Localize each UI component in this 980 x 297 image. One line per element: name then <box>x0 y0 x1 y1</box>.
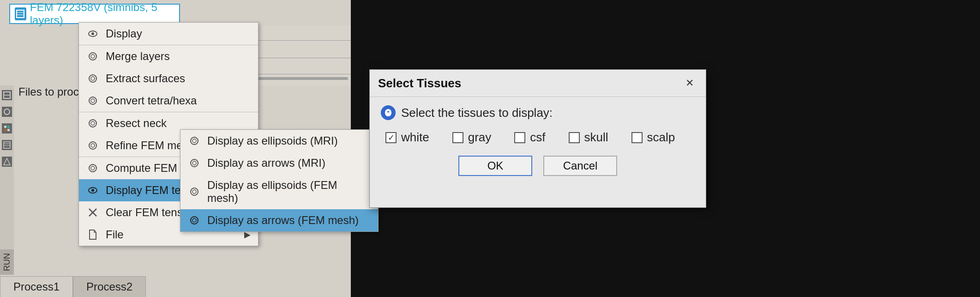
svg-point-35 <box>191 159 198 167</box>
fem-bar[interactable]: FEM 722358V (simnibs, 5 layers) <box>9 4 180 24</box>
merge-icon <box>86 50 99 63</box>
tissue-gray[interactable]: gray <box>452 130 492 145</box>
checkbox-white[interactable]: ✓ <box>385 132 397 143</box>
submenu-arrows-fem[interactable]: Display as arrows (FEM mesh) <box>180 209 378 231</box>
convert-icon <box>86 94 99 107</box>
refine-icon <box>86 139 99 152</box>
dialog-buttons: OK Cancel <box>381 156 695 176</box>
arrows-mri-icon <box>188 157 201 170</box>
svg-point-37 <box>191 188 198 195</box>
submenu-ellipsoids-fem[interactable]: Display as ellipsoids (FEM mesh) <box>180 174 378 209</box>
submenu-label-arrows-mri: Display as arrows (MRI) <box>207 157 325 170</box>
tissue-label-csf: csf <box>530 130 545 145</box>
sidebar-icon-5[interactable] <box>2 157 12 167</box>
svg-point-15 <box>91 32 94 35</box>
files-label: Files to proce <box>18 85 85 98</box>
svg-point-21 <box>91 99 95 103</box>
dialog-subtitle: Select the tissues to display: <box>381 105 695 120</box>
svg-point-17 <box>91 55 95 58</box>
svg-rect-6 <box>4 126 6 128</box>
tissue-csf[interactable]: csf <box>514 130 545 145</box>
dialog-simnibs-icon <box>381 105 396 120</box>
ellipsoids-fem-icon <box>188 185 201 198</box>
svg-point-18 <box>89 75 96 82</box>
sidebar-icon-2[interactable] <box>2 107 12 117</box>
dialog-titlebar: Select Tissues ✕ <box>370 70 706 97</box>
svg-point-40 <box>192 218 196 222</box>
cancel-button[interactable]: Cancel <box>543 156 617 176</box>
checkbox-skull[interactable] <box>569 132 580 143</box>
dialog-title: Select Tissues <box>378 76 461 91</box>
clear-icon <box>86 206 99 219</box>
svg-point-22 <box>89 120 96 127</box>
svg-point-33 <box>191 137 198 145</box>
menu-label-resect: Resect neck <box>106 117 167 130</box>
svg-point-39 <box>191 217 198 224</box>
extract-icon <box>86 72 99 85</box>
menu-item-extract[interactable]: Extract surfaces <box>79 67 258 90</box>
select-tissues-dialog: Select Tissues ✕ Select the tissues to d… <box>369 69 706 208</box>
tissue-label-skull: skull <box>584 130 608 145</box>
svg-rect-9 <box>7 129 10 131</box>
sidebar-icon-1[interactable] <box>2 90 12 100</box>
svg-point-27 <box>91 166 95 170</box>
svg-point-36 <box>192 161 196 165</box>
tissue-row: ✓ white gray csf skull scalp <box>385 130 695 145</box>
menu-label-convert: Convert tetra/hexa <box>106 94 197 107</box>
checkbox-scalp[interactable] <box>631 132 643 143</box>
submenu: Display as ellipsoids (MRI) Display as a… <box>180 129 379 232</box>
dialog-body: Select the tissues to display: ✓ white g… <box>370 97 706 184</box>
menu-item-merge[interactable]: Merge layers <box>79 45 258 67</box>
svg-point-16 <box>89 53 96 60</box>
svg-marker-32 <box>90 230 96 239</box>
submenu-arrows-mri[interactable]: Display as arrows (MRI) <box>180 152 378 174</box>
svg-point-38 <box>192 190 196 194</box>
run-label: RUN <box>2 253 12 271</box>
eye-icon <box>86 27 99 40</box>
ok-button[interactable]: OK <box>458 156 532 176</box>
checkbox-csf[interactable] <box>514 132 525 143</box>
tissue-label-white: white <box>401 130 429 145</box>
tissue-label-gray: gray <box>468 130 492 145</box>
tissue-white[interactable]: ✓ white <box>385 130 429 145</box>
submenu-label-ellipsoids-mri: Display as ellipsoids (MRI) <box>207 134 338 147</box>
display-tensors-icon <box>86 184 99 197</box>
menu-label-file: File <box>106 228 124 241</box>
svg-rect-8 <box>4 129 6 131</box>
tissue-label-scalp: scalp <box>647 130 675 145</box>
dialog-close-button[interactable]: ✕ <box>682 75 697 91</box>
file-icon <box>86 228 99 241</box>
menu-item-display[interactable]: Display <box>79 23 258 45</box>
resect-icon <box>86 117 99 130</box>
svg-rect-0 <box>17 10 24 18</box>
svg-point-25 <box>91 144 95 147</box>
submenu-label-ellipsoids-fem: Display as ellipsoids (FEM mesh) <box>207 179 371 205</box>
tab-process1[interactable]: Process1 <box>0 276 73 297</box>
arrows-fem-icon <box>188 214 201 227</box>
ellipsoids-mri-icon <box>188 134 201 147</box>
svg-point-23 <box>91 121 95 125</box>
tab-process2[interactable]: Process2 <box>73 276 146 297</box>
svg-point-26 <box>89 164 96 172</box>
submenu-label-arrows-fem: Display as arrows (FEM mesh) <box>207 214 359 227</box>
menu-label-extract: Extract surfaces <box>106 72 185 85</box>
menu-label-display: Display <box>106 27 142 40</box>
svg-point-24 <box>89 142 96 149</box>
left-panel: FEM 722358V (simnibs, 5 layers) Min size… <box>0 0 351 297</box>
tissue-skull[interactable]: skull <box>569 130 608 145</box>
checkmark-white: ✓ <box>388 133 395 143</box>
svg-rect-7 <box>7 126 10 128</box>
bottom-tabs: Process1 Process2 <box>0 275 351 297</box>
fem-icon <box>15 7 26 20</box>
menu-item-convert[interactable]: Convert tetra/hexa <box>79 90 258 112</box>
dialog-subtitle-text: Select the tissues to display: <box>401 106 553 120</box>
sidebar-icon-4[interactable] <box>2 140 12 150</box>
sidebar-icon-3[interactable] <box>2 123 12 133</box>
svg-marker-13 <box>4 158 10 165</box>
svg-point-34 <box>192 139 196 143</box>
submenu-ellipsoids-mri[interactable]: Display as ellipsoids (MRI) <box>180 130 378 152</box>
checkbox-gray[interactable] <box>452 132 463 143</box>
svg-point-20 <box>89 97 96 104</box>
tissue-scalp[interactable]: scalp <box>631 130 675 145</box>
svg-point-5 <box>4 109 10 115</box>
